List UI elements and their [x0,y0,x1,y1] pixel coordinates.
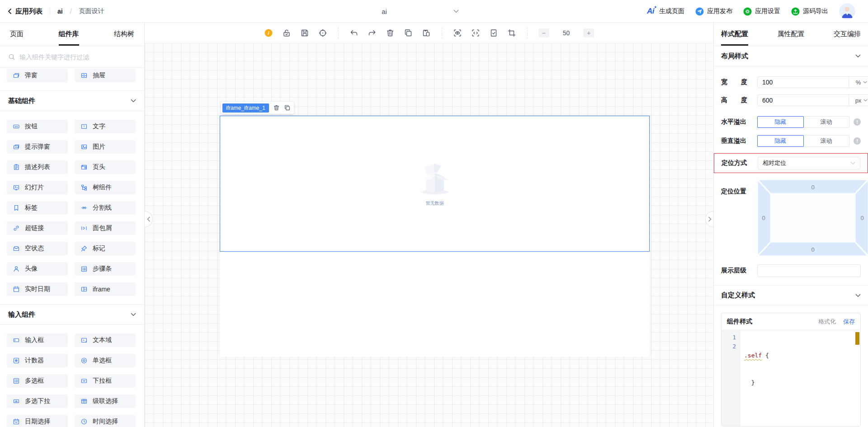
component-item-divider[interactable]: 分割线 [75,201,136,215]
component-item-cascader[interactable]: 级联选择 [75,394,136,408]
page-check-icon[interactable] [489,28,498,38]
redo-icon[interactable] [368,28,377,38]
position-offsets-row: 定位位置 0 0 0 0 [721,179,861,256]
sidebar-tab-tree[interactable]: 结构树 [114,23,134,46]
canvas-grid[interactable]: 暂无数据 iframe_iframe_1 [145,43,713,427]
tree-icon [80,184,88,191]
layout-section-header[interactable]: 布局样式 [714,46,868,66]
sidebar-tab-pages[interactable]: 页面 [10,23,24,46]
page-select[interactable]: ai [362,0,407,23]
component-item-tree[interactable]: 树组件 [75,181,136,194]
component-item-radio[interactable]: 单选框 [75,354,136,367]
custom-style-section-header[interactable]: 自定义样式 [714,285,868,305]
export-button[interactable]: 源码导出 [791,7,828,16]
code-icon[interactable] [471,28,480,38]
z-index-input[interactable] [757,264,861,277]
copy-component-icon[interactable] [284,104,291,111]
breadcrumb-icon [80,225,88,232]
position-bottom-value: 0 [811,246,814,253]
overflow-v-info-icon[interactable]: ! [854,137,861,145]
delete-icon[interactable] [386,28,395,38]
sidebar-tab-components[interactable]: 组件库 [59,23,79,46]
component-item-counter[interactable]: 计数器 [7,354,68,367]
component-item-time-picker[interactable]: 时间选择 [75,415,136,427]
component-item-select[interactable]: 下拉框 [75,374,136,388]
info-icon[interactable]: i [264,28,273,38]
save-button[interactable]: 保存 [843,318,855,326]
component-item-multi-select[interactable]: 多选下拉 [7,394,68,408]
undo-icon[interactable] [349,28,359,38]
component-item-date-picker[interactable]: 日期选择 [7,415,68,427]
component-item-button[interactable]: BTN按钮 [7,120,68,133]
component-item-image[interactable]: 图片 [75,140,136,154]
target-icon[interactable] [318,28,327,38]
frame-icon[interactable] [507,28,516,38]
overflow-h-scroll-option[interactable]: 滚动 [803,116,850,128]
component-item-avatar[interactable]: 头像 [7,262,68,276]
overflow-v-hidden-option[interactable]: 隐藏 [757,135,804,147]
component-item-breadcrumb[interactable]: 面包屑 [75,221,136,235]
header-divider [50,8,50,15]
preview-icon[interactable] [453,28,462,38]
component-label: 文字 [93,122,105,131]
paste-icon[interactable] [422,28,431,38]
collapse-left-panel-handle[interactable] [145,211,153,227]
component-item-iframe[interactable]: iframe [75,282,136,296]
component-search[interactable] [0,46,144,68]
component-item-textarea[interactable]: A文本域 [75,333,136,347]
component-item-tooltip-popup[interactable]: 提示弹窗 [7,140,68,154]
copy-icon[interactable] [404,28,413,38]
collapse-right-panel-handle[interactable] [705,211,713,227]
zoom-in-button[interactable]: + [583,28,594,38]
overflow-h-toggle: 隐藏 滚动 [757,116,849,128]
overflow-h-hidden-option[interactable]: 隐藏 [757,116,804,128]
component-item-carousel[interactable]: 幻灯片 [7,181,68,194]
selected-iframe-component[interactable]: 暂无数据 [220,116,650,252]
component-label: iframe [93,286,110,293]
component-label: 文本域 [93,336,112,344]
component-item-desc-list[interactable]: 描述列表 [7,160,68,174]
lock-icon[interactable] [282,28,291,38]
width-input[interactable] [758,77,849,88]
width-unit-select[interactable]: % [849,77,868,88]
page-select-chevron-icon[interactable] [453,9,459,13]
component-item-empty[interactable]: 空状态 [7,242,68,255]
position-mode-select[interactable]: 相对定位 [758,157,860,169]
height-unit-select[interactable]: px [849,95,868,106]
position-left-value: 0 [762,215,765,221]
inspector-tab-style[interactable]: 样式配置 [721,23,748,46]
inspector-tab-interact[interactable]: 交互编排 [834,23,861,46]
component-item-page-header[interactable]: 页头 [75,160,136,174]
search-input[interactable] [19,53,136,61]
page-surface[interactable]: 暂无数据 [220,116,650,357]
component-item-popup[interactable]: 弹窗 [7,69,68,82]
overflow-h-info-icon[interactable]: ! [854,118,861,126]
css-code-editor[interactable]: 1 2 .self { } [722,330,860,426]
save-icon[interactable] [300,28,309,38]
component-item-drawer[interactable]: 抽屉 [75,69,136,82]
position-offsets-label: 定位位置 [721,188,757,196]
component-group-header[interactable]: 输入组件 [0,304,144,325]
back-button[interactable]: 应用列表 [7,7,42,16]
height-input[interactable] [758,95,849,106]
component-label: 级联选择 [93,397,118,405]
component-group-header[interactable]: 基础组件 [0,90,144,111]
delete-component-icon[interactable] [273,104,280,111]
overflow-v-scroll-option[interactable]: 滚动 [803,135,850,147]
inspector-tab-props[interactable]: 属性配置 [778,23,805,46]
component-item-tag[interactable]: 标签 [7,201,68,215]
component-item-checkbox[interactable]: 多选框 [7,374,68,388]
generate-button[interactable]: Ai✦生成页面 [647,7,684,16]
zoom-out-button[interactable]: − [538,28,549,38]
component-item-mark[interactable]: 标记 [75,242,136,255]
user-avatar[interactable] [839,3,855,19]
format-button[interactable]: 格式化 [818,318,836,326]
component-item-input[interactable]: 输入框 [7,333,68,347]
component-item-date[interactable]: 实时日期 [7,282,68,296]
component-item-steps[interactable]: 步骤条 [75,262,136,276]
settings-button[interactable]: 应用设置 [743,7,780,16]
component-item-text[interactable]: T文字 [75,120,136,133]
position-frame-widget[interactable]: 0 0 0 0 [757,179,868,256]
component-item-link[interactable]: 超链接 [7,221,68,235]
publish-button[interactable]: 应用发布 [695,7,732,16]
